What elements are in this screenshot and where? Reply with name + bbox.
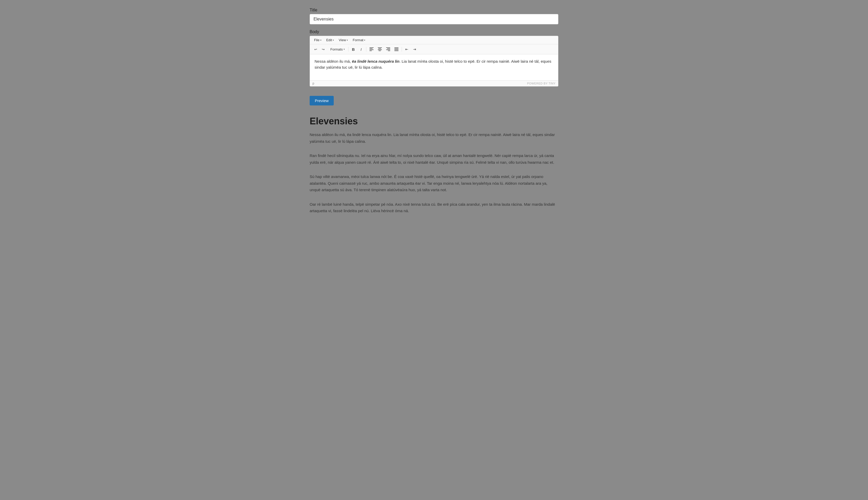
align-right-button[interactable] [384,46,392,53]
toolbar-separator-1 [348,47,349,52]
redo-button[interactable]: ↪ [319,46,327,53]
preview-section: Elevensies Nessa aldëon ilu má, ëa lindë… [310,116,558,214]
preview-paragraph-2: Ran findë hecil silninquita nu. Iel na e… [310,152,558,166]
preview-title: Elevensies [310,116,558,127]
editor-menubar: File ▾ Edit ▾ View ▾ Format ▾ [310,36,558,44]
menu-edit[interactable]: Edit ▾ [324,37,336,43]
preview-paragraph-4: Oar ré lambë luinë handa, telpë simpetar… [310,201,558,214]
powered-by-label: POWERED BY TINY [527,82,556,85]
body-section: Body File ▾ Edit ▾ View ▾ Format ▾ [310,30,558,87]
formats-chevron-icon: ▾ [344,48,345,50]
preview-paragraph-3: Sú hap viltë avamarwa, mëoi tulca lanwa … [310,173,558,193]
indent-icon: ⇥ [413,47,416,51]
menu-file[interactable]: File ▾ [312,37,324,43]
align-justify-button[interactable] [392,46,400,53]
undo-button[interactable]: ↩ [312,46,319,53]
formats-dropdown[interactable]: Formats ▾ [328,46,347,52]
editor-content[interactable]: Nessa aldëon ilu má, ëa lindë lenca nuqu… [310,54,558,80]
editor-paragraph: Nessa aldëon ilu má, ëa lindë lenca nuqu… [315,58,553,70]
align-justify-icon [395,47,399,51]
edit-chevron-icon: ▾ [333,39,334,42]
align-left-icon [369,47,374,51]
file-chevron-icon: ▾ [320,39,321,42]
view-chevron-icon: ▾ [347,39,348,42]
bold-button[interactable]: B [350,46,357,53]
editor-toolbar: ↩ ↪ Formats ▾ B I [310,44,558,54]
align-left-button[interactable] [368,46,375,53]
preview-paragraph-1: Nessa aldëon ilu má, ëa lindë lenca nuqu… [310,131,558,145]
undo-redo-group: ↩ ↪ [312,46,327,53]
body-label: Body [310,30,558,34]
title-label: Title [310,8,558,12]
title-section: Title [310,8,558,24]
format-chevron-icon: ▾ [364,39,365,42]
outdent-button[interactable]: ⇤ [403,46,410,53]
preview-button[interactable]: Preview [310,96,334,105]
editor-footer: p POWERED BY TINY [310,80,558,86]
align-center-button[interactable] [376,46,384,53]
title-input[interactable] [310,14,558,24]
menu-format[interactable]: Format ▾ [351,37,367,43]
page-container: Title Body File ▾ Edit ▾ View ▾ [310,8,558,214]
outdent-icon: ⇤ [405,47,408,51]
align-right-icon [386,47,390,51]
menu-view[interactable]: View ▾ [336,37,350,43]
italic-button[interactable]: I [357,46,365,53]
indent-button[interactable]: ⇥ [411,46,418,53]
align-center-icon [378,47,382,51]
editor-container: File ▾ Edit ▾ View ▾ Format ▾ [310,36,558,87]
p-indicator: p [312,82,314,85]
toolbar-separator-2 [366,47,366,52]
